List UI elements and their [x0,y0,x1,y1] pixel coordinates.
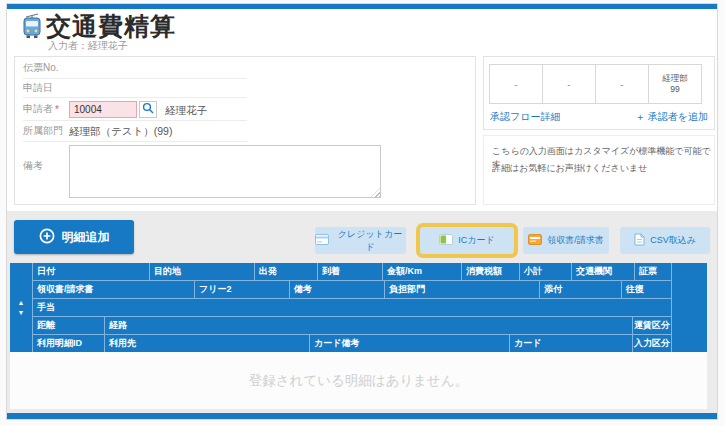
remarks-textarea[interactable] [69,145,381,198]
table-header-grid: 日付 目的地 出発 到着 金額/Km 消費税額 小計 交通機関 証票 領収書/請… [33,263,672,352]
table-header-filler [672,263,707,352]
approval-steps: - - - 経理部 99 [489,64,702,104]
header-row-1: 日付 目的地 出発 到着 金額/Km 消費税額 小計 交通機関 証票 [33,263,672,281]
notice-line-2: 詳細はお気軽にお声掛けくださいませ [492,162,647,175]
approval-flow-panel: - - - 経理部 99 承認フロー詳細 ＋ 承認者を追加 [483,56,715,130]
col-cost-department: 負担部門 [385,281,540,298]
col-card-remarks: カード備考 [310,335,510,352]
col-usage-place: 利用先 [105,335,310,352]
slip-no-label: 伝票No. [23,61,59,75]
col-free2: フリー2 [195,281,290,298]
apply-date-label: 申請日 [23,81,53,95]
col-arrival: 到着 [318,263,383,280]
search-icon [142,102,154,117]
empty-message: 登録されている明細はありません。 [249,372,468,390]
header-row-4: 距離 経路 運賃区分 [33,317,672,335]
top-accent-bar [7,4,717,9]
header-row-3: 手当 [33,299,672,317]
add-approver-link[interactable]: ＋ 承認者を追加 [635,110,708,124]
request-form-panel: 伝票No. 申請日 申請者 * 所属部門 経理花子 経理部（テスト）(99) 備… [14,56,476,205]
remarks-label: 備考 [23,159,43,173]
applicant-code-input[interactable] [69,101,137,118]
approval-step-1: - [489,64,543,104]
add-detail-button[interactable]: 明細追加 [14,220,134,254]
detail-table-header: ▲ ▼ 日付 目的地 出発 到着 金額/Km 消費税額 小計 交通機関 証票 領… [10,263,707,352]
approval-step-2: - [542,64,596,104]
approval-step-3-value: - [620,79,623,90]
receipt-icon [528,234,542,247]
col-voucher: 証票 [635,263,672,280]
slip-no-row: 伝票No. [23,57,247,79]
col-amount-km: 金額/Km [383,263,462,280]
table-empty-state: 登録されている明細はありません。 [10,352,707,409]
csv-import-label: CSV取込み [650,234,696,247]
add-detail-label: 明細追加 [62,229,110,246]
ic-card-label: ICカード [458,234,494,247]
approval-step-3: - [595,64,649,104]
ic-card-icon [439,234,453,247]
page-subtitle: 入力者：経理花子 [48,39,128,53]
approval-step-final: 経理部 99 [648,64,702,104]
col-usage-detail-id: 利用明細ID [33,335,105,352]
credit-card-icon [315,234,329,247]
approval-flow-detail-link[interactable]: 承認フロー詳細 [490,110,560,124]
col-date: 日付 [33,263,150,280]
approval-final-dept: 経理部 [662,73,688,84]
receipt-invoice-button[interactable]: 領収書/請求書 [523,227,609,254]
col-departure: 出発 [255,263,318,280]
train-icon [21,13,43,44]
col-destination: 目的地 [150,263,255,280]
required-mark: * [55,104,59,115]
plus-circle-icon [39,228,55,247]
approval-step-1-value: - [514,79,517,90]
row-move-up-icon[interactable]: ▲ [18,299,25,306]
applicant-name: 経理花子 [165,104,207,118]
col-card: カード [510,335,633,352]
applicant-search-button[interactable] [139,101,157,118]
csv-file-icon [634,233,645,248]
col-input-class: 入力区分 [633,335,672,352]
credit-card-button[interactable]: クレジットカード [315,227,406,254]
col-receipt-invoice: 領収書/請求書 [33,281,195,298]
approval-step-2-value: - [567,79,570,90]
col-attachment: 添付 [540,281,622,298]
header-row-5: 利用明細ID 利用先 カード備考 カード 入力区分 [33,335,672,352]
department-label: 所属部門 [23,124,63,138]
col-remarks: 備考 [290,281,385,298]
notice-panel: こちらの入力画面はカスタマイズが標準機能で可能です 詳細はお気軽にお声掛けくださ… [483,135,715,205]
col-distance: 距離 [33,317,105,334]
col-tax: 消費税額 [462,263,520,280]
approval-final-code: 99 [670,84,679,95]
apply-date-row: 申請日 [23,79,247,98]
row-reorder-column: ▲ ▼ [10,263,33,352]
col-subtotal: 小計 [520,263,572,280]
department-value: 経理部（テスト）(99) [69,125,172,139]
header-row-2: 領収書/請求書 フリー2 備考 負担部門 添付 往復 [33,281,672,299]
csv-import-button[interactable]: CSV取込み [620,227,710,254]
col-allowance: 手当 [33,299,672,316]
ic-card-button[interactable]: ICカード [420,227,514,254]
expense-settlement-page: 交通費精算 入力者：経理花子 伝票No. 申請日 申請者 * 所属部門 経理花子… [0,0,725,426]
bottom-accent-bar [7,413,717,419]
col-transport: 交通機関 [572,263,635,280]
credit-card-label: クレジットカード [334,228,406,254]
receipt-invoice-label: 領収書/請求書 [547,234,604,247]
row-move-down-icon[interactable]: ▼ [18,309,25,316]
applicant-label: 申請者 [23,102,53,116]
col-fare-class: 運賃区分 [633,317,672,334]
col-round-trip: 往復 [622,281,672,298]
col-route: 経路 [105,317,633,334]
